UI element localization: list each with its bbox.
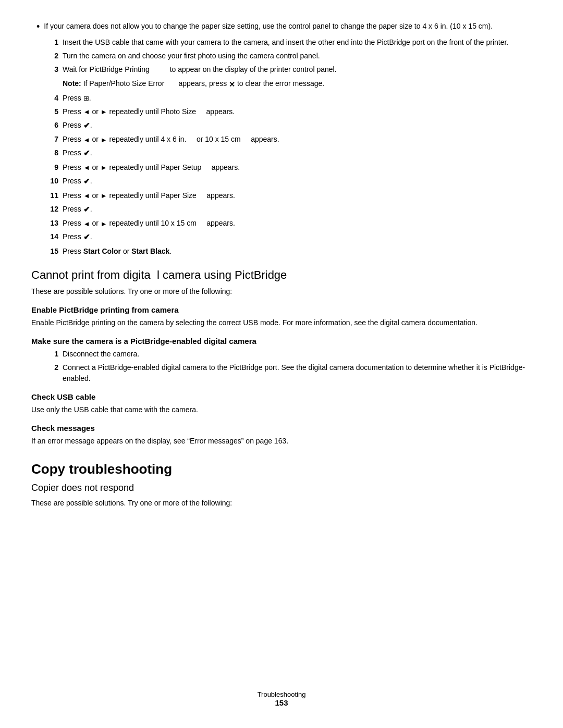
footer-category: Troubleshooting [0, 690, 563, 698]
intro-bullet-text: If your camera does not allow you to cha… [44, 21, 493, 33]
step-10: 10 Press . [47, 176, 532, 188]
makesure-step-1-text: Disconnect the camera. [63, 349, 139, 360]
x-icon [229, 80, 235, 89]
step-5: 5 Press or repeatedly until Photo Size a… [47, 106, 532, 117]
step-2-text: Turn the camera on and choose your first… [63, 51, 320, 61]
cannot-print-intro: These are possible solutions. Try one or… [31, 286, 532, 297]
copier-does-not-respond-heading: Copier does not respond [31, 483, 532, 493]
check-messages-heading: Check messages [31, 424, 532, 433]
makesure-step-1: 1 Disconnect the camera. [47, 349, 532, 360]
start-black-label: Start Black [131, 247, 169, 255]
right-arrow-icon [101, 107, 107, 117]
step-7: 7 Press or repeatedly until 4 x 6 in. or… [47, 134, 532, 145]
step-15-num: 15 [47, 246, 58, 257]
step-12-num: 12 [47, 204, 58, 216]
step-4: 4 Press . [47, 93, 532, 104]
note-text-end: to clear the error message. [237, 79, 324, 88]
left-arrow-icon-13a [83, 219, 90, 229]
step-12-text: Press . [63, 204, 92, 216]
step-13: 13 Press or repeatedly until 10 x 15 cm … [47, 218, 532, 229]
left-arrow-icon [83, 107, 90, 117]
step-5-text: Press or repeatedly until Photo Size app… [63, 106, 235, 117]
left-arrow-icon-9a [83, 163, 90, 173]
page-number: 153 [0, 698, 563, 707]
step-15: 15 Press Start Color or Start Black. [47, 246, 532, 257]
step-11: 11 Press or repeatedly until Paper Size … [47, 190, 532, 201]
step-3: 3 Wait for PictBridge Printing to appear… [47, 64, 532, 75]
enable-pictbridge-body: Enable PictBridge printing on the camera… [31, 317, 532, 328]
step-7-text: Press or repeatedly until 4 x 6 in. or 1… [63, 134, 279, 145]
step-6-num: 6 [47, 120, 58, 132]
makesure-step-1-num: 1 [47, 349, 58, 360]
checkmark-icon-14 [83, 231, 90, 243]
step-11-text: Press or repeatedly until Paper Size app… [63, 190, 235, 201]
right-arrow-icon-9b [101, 163, 107, 173]
page-footer: Troubleshooting 153 [0, 690, 563, 707]
note-text: If Paper/Photo Size Error appears, press [83, 79, 229, 88]
make-sure-heading: Make sure the camera is a PictBridge-ena… [31, 337, 532, 346]
step-1-text: Insert the USB cable that came with your… [63, 37, 508, 48]
step-9: 9 Press or repeatedly until Paper Setup … [47, 162, 532, 173]
step-14-text: Press . [63, 231, 92, 243]
start-color-label: Start Color [83, 247, 121, 255]
makesure-step-2-text: Connect a PictBridge-enabled digital cam… [63, 362, 532, 384]
makesure-step-2: 2 Connect a PictBridge-enabled digital c… [47, 362, 532, 384]
copy-troubleshooting-heading: Copy troubleshooting [31, 461, 532, 477]
menu-icon [83, 93, 89, 104]
left-arrow-icon-11a [83, 191, 90, 201]
step-8: 8 Press . [47, 147, 532, 159]
steps-list: 1 Insert the USB cable that came with yo… [47, 37, 532, 256]
checkmark-icon-10 [83, 176, 90, 188]
step-2: 2 Turn the camera on and choose your fir… [47, 51, 532, 61]
right-arrow-icon-7b [101, 135, 107, 145]
check-usb-body: Use only the USB cable that came with th… [31, 404, 532, 415]
step-7-num: 7 [47, 134, 58, 145]
step-2-num: 2 [47, 51, 58, 61]
step-3-text: Wait for PictBridge Printing to appear o… [63, 64, 337, 75]
makesure-step-2-num: 2 [47, 362, 58, 384]
step-8-text: Press . [63, 147, 92, 159]
step-13-num: 13 [47, 218, 58, 229]
step-13-text: Press or repeatedly until 10 x 15 cm app… [63, 218, 235, 229]
right-arrow-icon-11b [101, 191, 107, 201]
step-11-num: 11 [47, 190, 58, 201]
step-12: 12 Press . [47, 204, 532, 216]
right-arrow-icon-13b [101, 219, 107, 229]
enable-pictbridge-heading: Enable PictBridge printing from camera [31, 305, 532, 314]
cannot-print-heading: Cannot print from digita l camera using … [31, 268, 532, 282]
step-5-num: 5 [47, 106, 58, 117]
step-1-num: 1 [47, 37, 58, 48]
step-9-num: 9 [47, 162, 58, 173]
step-6: 6 Press . [47, 120, 532, 132]
step-14-num: 14 [47, 231, 58, 243]
copier-intro: These are possible solutions. Try one or… [31, 498, 532, 509]
step-1: 1 Insert the USB cable that came with yo… [47, 37, 532, 48]
checkmark-icon-12 [83, 204, 90, 216]
step-10-text: Press . [63, 176, 92, 188]
checkmark-icon-8 [83, 147, 90, 159]
step-8-num: 8 [47, 147, 58, 159]
step-15-text: Press Start Color or Start Black. [63, 246, 172, 257]
step-6-text: Press . [63, 120, 92, 132]
note-block: Note: If Paper/Photo Size Error appears,… [63, 79, 532, 88]
step-9-text: Press or repeatedly until Paper Setup ap… [63, 162, 240, 173]
check-messages-body: If an error message appears on the displ… [31, 436, 532, 447]
left-arrow-icon-7a [83, 135, 90, 145]
checkmark-icon-6 [83, 120, 90, 132]
note-label: Note: [63, 79, 81, 88]
check-usb-heading: Check USB cable [31, 392, 532, 401]
bullet-dot: • [36, 21, 40, 33]
intro-bullet: • If your camera does not allow you to c… [31, 21, 532, 33]
step-3-num: 3 [47, 64, 58, 75]
makesure-steps: 1 Disconnect the camera. 2 Connect a Pic… [47, 349, 532, 384]
step-10-num: 10 [47, 176, 58, 188]
step-14: 14 Press . [47, 231, 532, 243]
step-4-num: 4 [47, 93, 58, 104]
step-4-text: Press . [63, 93, 91, 104]
